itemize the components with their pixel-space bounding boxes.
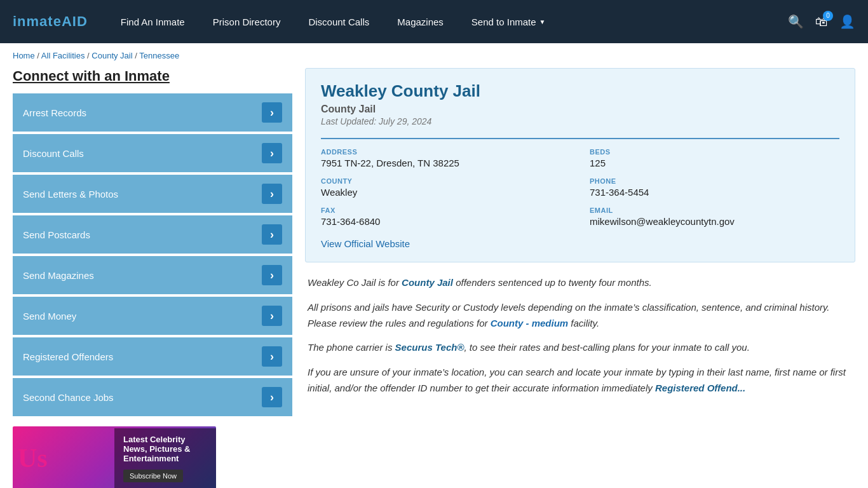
- search-icon[interactable]: 🔍: [788, 14, 804, 29]
- cart-icon[interactable]: 🛍 0: [815, 15, 828, 29]
- main-nav: Find An Inmate Prison Directory Discount…: [107, 0, 788, 43]
- ad-title: Latest Celebrity News, Pictures & Entert…: [123, 435, 207, 463]
- arrow-icon: ›: [262, 102, 282, 123]
- county-jail-link[interactable]: County Jail: [402, 277, 453, 288]
- arrow-icon: ›: [262, 346, 282, 367]
- sidebar-item-registered-offenders[interactable]: Registered Offenders ›: [13, 337, 292, 376]
- county-medium-link[interactable]: County - medium: [491, 318, 569, 329]
- header-icons: 🔍 🛍 0 👤: [788, 14, 855, 29]
- sidebar-menu: Arrest Records › Discount Calls › Send L…: [13, 93, 292, 416]
- main-content: Weakley County Jail County Jail Last Upd…: [305, 68, 855, 488]
- ad-subscribe-button[interactable]: Subscribe Now: [123, 470, 183, 482]
- arrow-icon: ›: [262, 184, 282, 204]
- registered-offenders-link[interactable]: Registered Offend...: [655, 383, 745, 393]
- sidebar-item-second-chance-jobs[interactable]: Second Chance Jobs ›: [13, 378, 292, 416]
- arrow-icon: ›: [262, 387, 282, 407]
- email-value: mikewilson@weakleycountytn.gov: [590, 216, 839, 227]
- desc-para3: The phone carrier is Securus Tech®, to s…: [308, 340, 853, 356]
- county-label: COUNTY: [321, 177, 571, 185]
- official-website-link[interactable]: View Official Website: [321, 238, 839, 249]
- sidebar: Connect with an Inmate Arrest Records › …: [13, 68, 292, 488]
- ad-content: Latest Celebrity News, Pictures & Entert…: [114, 428, 216, 489]
- user-icon[interactable]: 👤: [839, 14, 855, 29]
- phone-value: 731-364-5454: [590, 187, 839, 198]
- nav-find-inmate[interactable]: Find An Inmate: [107, 0, 199, 43]
- advertisement: Us Latest Celebrity News, Pictures & Ent…: [13, 426, 216, 488]
- phone-group: PHONE 731-364-5454: [590, 177, 839, 198]
- breadcrumb-county-jail[interactable]: County Jail: [92, 51, 132, 60]
- nav-discount-calls[interactable]: Discount Calls: [294, 0, 383, 43]
- facility-type: County Jail: [321, 104, 839, 115]
- sidebar-item-send-money[interactable]: Send Money ›: [13, 297, 292, 335]
- sidebar-item-send-postcards[interactable]: Send Postcards ›: [13, 215, 292, 254]
- facility-name: Weakley County Jail: [321, 81, 839, 101]
- securus-tech-link[interactable]: Securus Tech®: [395, 342, 465, 353]
- breadcrumb-all-facilities[interactable]: All Facilities: [41, 51, 85, 60]
- breadcrumb-tennessee[interactable]: Tennessee: [139, 51, 179, 60]
- address-group: ADDRESS 7951 TN-22, Dresden, TN 38225: [321, 148, 571, 168]
- beds-label: BEDS: [590, 148, 839, 156]
- nav-magazines[interactable]: Magazines: [383, 0, 458, 43]
- sidebar-item-send-magazines[interactable]: Send Magazines ›: [13, 256, 292, 294]
- beds-group: BEDS 125: [590, 148, 839, 168]
- arrow-icon: ›: [262, 143, 282, 163]
- desc-para1: Weakley Co Jail is for County Jail offen…: [308, 275, 853, 291]
- county-group: COUNTY Weakley: [321, 177, 571, 198]
- sidebar-item-discount-calls[interactable]: Discount Calls ›: [13, 134, 292, 172]
- facility-card: Weakley County Jail County Jail Last Upd…: [305, 68, 855, 262]
- fax-value: 731-364-6840: [321, 216, 571, 227]
- beds-value: 125: [590, 158, 839, 168]
- facility-description: Weakley Co Jail is for County Jail offen…: [305, 275, 855, 396]
- email-label: EMAIL: [590, 207, 839, 214]
- sidebar-item-send-letters[interactable]: Send Letters & Photos ›: [13, 175, 292, 213]
- county-value: Weakley: [321, 187, 571, 198]
- arrow-icon: ›: [262, 265, 282, 285]
- sidebar-title: Connect with an Inmate: [13, 68, 292, 85]
- desc-para4: If you are unsure of your inmate’s locat…: [308, 365, 853, 396]
- breadcrumb: Home / All Facilities / County Jail / Te…: [0, 43, 868, 68]
- desc-para2: All prisons and jails have Security or C…: [308, 300, 853, 332]
- logo[interactable]: inmateAID: [13, 13, 88, 30]
- phone-label: PHONE: [590, 177, 839, 185]
- nav-send-to-inmate[interactable]: Send to Inmate ▼: [458, 0, 560, 43]
- nav-prison-directory[interactable]: Prison Directory: [199, 0, 295, 43]
- logo-text: inmateAID: [13, 13, 88, 30]
- fax-group: FAX 731-364-6840: [321, 207, 571, 227]
- site-header: inmateAID Find An Inmate Prison Director…: [0, 0, 868, 43]
- arrow-icon: ›: [262, 306, 282, 326]
- main-layout: Connect with an Inmate Arrest Records › …: [0, 68, 868, 488]
- fax-label: FAX: [321, 207, 571, 214]
- facility-updated: Last Updated: July 29, 2024: [321, 116, 839, 126]
- email-group: EMAIL mikewilson@weakleycountytn.gov: [590, 207, 839, 227]
- breadcrumb-home[interactable]: Home: [13, 51, 35, 60]
- chevron-down-icon: ▼: [539, 18, 546, 25]
- address-value: 7951 TN-22, Dresden, TN 38225: [321, 158, 571, 168]
- sidebar-item-arrest-records[interactable]: Arrest Records ›: [13, 93, 292, 132]
- address-label: ADDRESS: [321, 148, 571, 156]
- facility-details: ADDRESS 7951 TN-22, Dresden, TN 38225 BE…: [321, 138, 839, 227]
- arrow-icon: ›: [262, 224, 282, 245]
- cart-badge: 0: [823, 11, 833, 21]
